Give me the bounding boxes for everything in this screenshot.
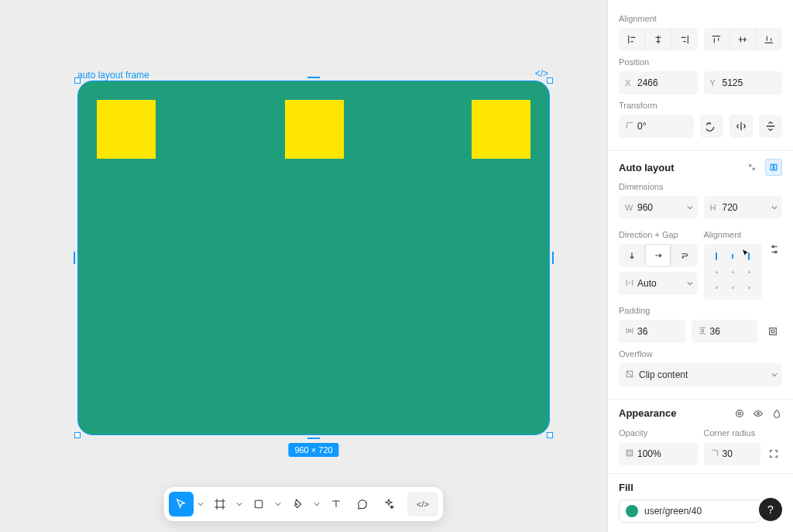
frame-tool[interactable] bbox=[208, 492, 232, 517]
svg-rect-8 bbox=[771, 330, 774, 333]
flip-vertical-button[interactable] bbox=[759, 115, 782, 138]
direction-wrap[interactable] bbox=[671, 244, 697, 267]
al-align-title: Alignment bbox=[704, 230, 783, 239]
rotate-90-button[interactable] bbox=[700, 115, 723, 138]
resize-handle-br[interactable] bbox=[547, 432, 553, 438]
alignment-advanced[interactable] bbox=[767, 244, 782, 255]
resize-handle-tr[interactable] bbox=[547, 77, 553, 84]
rotation-input[interactable] bbox=[637, 121, 688, 132]
svg-rect-5 bbox=[629, 330, 631, 332]
padding-per-side[interactable] bbox=[764, 320, 782, 343]
frame-tool-caret[interactable] bbox=[234, 492, 245, 517]
comment-tool[interactable] bbox=[350, 492, 375, 517]
direction-vertical[interactable] bbox=[619, 244, 644, 267]
direction-group bbox=[619, 244, 698, 267]
padding-v-field[interactable] bbox=[692, 320, 758, 343]
edge-handle-top[interactable] bbox=[307, 77, 320, 78]
dimensions-title: Dimensions bbox=[619, 182, 782, 191]
gap-input[interactable] bbox=[637, 278, 692, 289]
canvas[interactable]: auto layout frame </> 960 × 720 bbox=[0, 0, 607, 532]
edge-handle-bottom[interactable] bbox=[307, 438, 320, 439]
help-label: ? bbox=[767, 503, 774, 516]
edge-handle-left[interactable] bbox=[74, 252, 75, 264]
child-rect-1[interactable] bbox=[97, 100, 156, 159]
position-x-input[interactable] bbox=[637, 77, 692, 88]
radius-title: Corner radius bbox=[704, 428, 783, 438]
padding-v-input[interactable] bbox=[710, 326, 752, 337]
frame-label[interactable]: auto layout frame bbox=[77, 70, 149, 81]
dimension-badge: 960 × 720 bbox=[288, 443, 338, 457]
ai-tool[interactable] bbox=[376, 492, 401, 517]
padding-h-field[interactable] bbox=[619, 320, 685, 343]
opacity-title: Opacity bbox=[619, 428, 698, 438]
frame-body[interactable] bbox=[77, 81, 550, 435]
dev-mode-toggle[interactable]: </> bbox=[409, 492, 437, 517]
fill-name: user/green/40 bbox=[644, 506, 702, 517]
align-left[interactable] bbox=[619, 28, 644, 51]
height-label: H bbox=[710, 203, 718, 212]
padding-h-icon bbox=[625, 326, 633, 337]
overflow-caret[interactable] bbox=[771, 369, 778, 380]
position-y-input[interactable] bbox=[723, 77, 777, 88]
fill-swatch[interactable] bbox=[626, 505, 638, 517]
rotate-icon bbox=[625, 121, 633, 132]
gap-field[interactable] bbox=[619, 272, 698, 295]
pen-tool[interactable] bbox=[285, 492, 310, 517]
toolbar: </> bbox=[164, 487, 443, 521]
text-tool[interactable] bbox=[324, 492, 348, 517]
inspector-panel[interactable]: Alignment Position X Y bbox=[607, 0, 793, 532]
overflow-field[interactable]: Clip content bbox=[619, 363, 782, 386]
shape-tool-caret[interactable] bbox=[273, 492, 283, 517]
edge-handle-right[interactable] bbox=[552, 252, 554, 264]
align-bottom[interactable] bbox=[756, 28, 782, 51]
pen-tool-caret[interactable] bbox=[311, 492, 322, 517]
variable-icon[interactable] bbox=[734, 408, 745, 419]
position-y-field[interactable]: Y bbox=[704, 71, 783, 94]
overflow-value: Clip content bbox=[639, 369, 688, 380]
move-tool-caret[interactable] bbox=[195, 492, 206, 517]
opacity-field[interactable] bbox=[619, 442, 698, 465]
height-input[interactable] bbox=[723, 202, 777, 213]
padding-title: Padding bbox=[619, 306, 782, 315]
align-vcenter[interactable] bbox=[729, 28, 756, 51]
opacity-icon bbox=[625, 448, 633, 459]
flip-horizontal-button[interactable] bbox=[729, 115, 753, 138]
svg-point-12 bbox=[757, 412, 760, 414]
align-hcenter[interactable] bbox=[644, 28, 671, 51]
visibility-icon[interactable] bbox=[753, 408, 764, 419]
width-field[interactable]: W bbox=[619, 196, 698, 219]
width-label: W bbox=[625, 203, 633, 212]
width-mode-caret[interactable] bbox=[687, 202, 693, 213]
selected-frame[interactable]: 960 × 720 bbox=[77, 81, 550, 435]
appearance-section: Appearance Opacity Corner radius bbox=[608, 400, 793, 474]
auto-layout-off[interactable] bbox=[743, 159, 760, 176]
radius-input[interactable] bbox=[723, 448, 755, 459]
fill-chip[interactable]: user/green/40 bbox=[619, 499, 760, 523]
radius-per-corner[interactable] bbox=[765, 442, 782, 465]
resize-handle-bl[interactable] bbox=[74, 432, 81, 438]
move-tool[interactable] bbox=[169, 492, 194, 517]
transform-title: Transform bbox=[619, 101, 782, 110]
direction-horizontal[interactable] bbox=[644, 244, 671, 267]
auto-layout-on[interactable] bbox=[765, 159, 782, 176]
height-field[interactable]: H bbox=[704, 196, 783, 219]
align-top[interactable] bbox=[704, 28, 729, 51]
svg-rect-1 bbox=[771, 164, 773, 170]
help-button[interactable]: ? bbox=[759, 498, 782, 521]
opacity-input[interactable] bbox=[637, 448, 692, 459]
width-input[interactable] bbox=[637, 202, 692, 213]
padding-h-input[interactable] bbox=[637, 326, 679, 337]
gap-caret[interactable] bbox=[687, 278, 693, 289]
child-rect-2[interactable] bbox=[285, 100, 344, 159]
blend-icon[interactable] bbox=[771, 408, 782, 419]
position-x-field[interactable]: X bbox=[619, 71, 698, 94]
align-right[interactable] bbox=[671, 28, 697, 51]
rotation-field[interactable] bbox=[619, 115, 694, 138]
alignment-grid[interactable] bbox=[704, 244, 763, 300]
height-mode-caret[interactable] bbox=[771, 202, 778, 213]
resize-handle-tl[interactable] bbox=[74, 77, 81, 84]
fill-title: Fill bbox=[619, 482, 633, 493]
shape-tool[interactable] bbox=[246, 492, 271, 517]
child-rect-3[interactable] bbox=[472, 100, 530, 159]
radius-field[interactable] bbox=[704, 442, 761, 465]
